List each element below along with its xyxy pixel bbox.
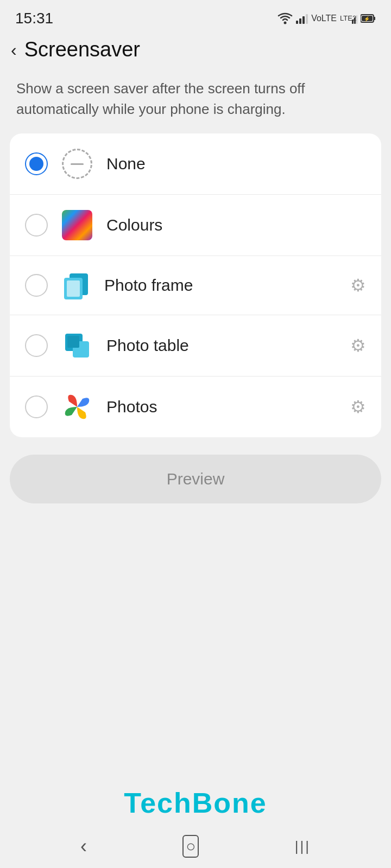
option-photo-frame[interactable]: Photo frame ⚙	[10, 256, 381, 315]
svg-rect-1	[296, 21, 298, 24]
option-none[interactable]: None	[10, 133, 381, 195]
svg-rect-7	[354, 17, 356, 24]
svg-rect-2	[299, 18, 301, 24]
option-photo-frame-label: Photo frame	[104, 276, 338, 295]
back-button[interactable]: ‹	[11, 41, 17, 59]
photo-frame-icon	[60, 269, 92, 302]
option-photo-table-label: Photo table	[106, 336, 338, 355]
svg-rect-4	[306, 14, 308, 24]
radio-none[interactable]	[25, 152, 48, 175]
page-title: Screensaver	[24, 38, 140, 61]
photos-settings-icon[interactable]: ⚙	[350, 397, 366, 417]
svg-rect-6	[352, 20, 354, 24]
svg-rect-10	[374, 17, 375, 20]
radio-photo-frame[interactable]	[25, 274, 48, 297]
lte-signal-icon: LTE2	[340, 13, 357, 24]
nav-recent-icon[interactable]: |||	[295, 838, 311, 855]
svg-text:LTE2: LTE2	[340, 14, 356, 22]
svg-rect-3	[302, 16, 305, 24]
svg-rect-8	[356, 15, 357, 24]
svg-text:⚡: ⚡	[364, 16, 370, 22]
watermark: TechBone	[0, 787, 391, 819]
option-colours[interactable]: Colours	[10, 195, 381, 256]
signal-icon	[296, 13, 308, 24]
bottom-nav: ‹ ○ |||	[0, 825, 391, 868]
preview-btn-container: Preview	[10, 455, 381, 503]
option-photos[interactable]: Photos ⚙	[10, 376, 381, 437]
nav-back-icon[interactable]: ‹	[80, 835, 87, 858]
colours-icon	[60, 208, 94, 242]
photo-table-settings-icon[interactable]: ⚙	[350, 335, 366, 356]
option-photo-table[interactable]: Photo table ⚙	[10, 315, 381, 376]
svg-rect-18	[67, 336, 79, 348]
photos-icon	[60, 390, 94, 424]
radio-colours[interactable]	[25, 214, 48, 237]
status-time: 15:31	[15, 10, 53, 27]
option-none-label: None	[106, 155, 366, 173]
radio-photos[interactable]	[25, 395, 48, 418]
wifi-icon	[278, 12, 293, 24]
none-icon	[60, 146, 94, 181]
radio-photo-table[interactable]	[25, 334, 48, 357]
photo-table-icon	[60, 328, 94, 363]
volte-label: VoLTE	[311, 14, 337, 23]
options-card: None Colours Photo frame ⚙	[10, 133, 381, 437]
status-bar: 15:31 VoLTE LTE2 ⚡	[0, 0, 391, 33]
status-icons: VoLTE LTE2 ⚡	[278, 12, 376, 24]
svg-rect-15	[67, 280, 80, 297]
option-colours-label: Colours	[106, 216, 366, 234]
battery-icon: ⚡	[361, 14, 376, 23]
nav-home-icon[interactable]: ○	[182, 835, 199, 858]
header: ‹ Screensaver	[0, 33, 391, 69]
preview-button[interactable]: Preview	[10, 455, 381, 503]
description-text: Show a screen saver after the screen tur…	[0, 69, 391, 131]
svg-point-0	[284, 22, 287, 24]
option-photos-label: Photos	[106, 398, 338, 416]
photo-frame-settings-icon[interactable]: ⚙	[350, 275, 366, 296]
